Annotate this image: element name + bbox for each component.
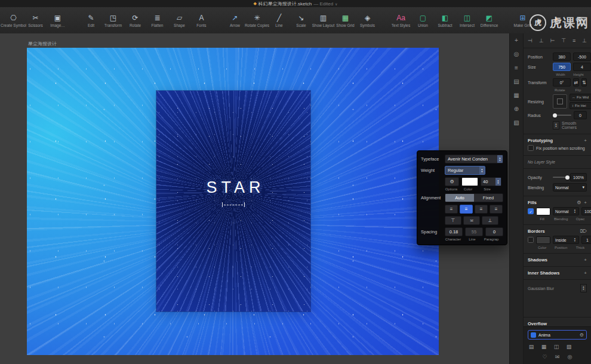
toolbar-item[interactable]: ↺	[570, 16, 586, 25]
gear-icon[interactable]: ⚙	[577, 200, 581, 205]
radius-slider[interactable]	[553, 115, 571, 116]
toolbar-item[interactable]: ◈ Symbols	[359, 14, 375, 27]
anima-action-icon[interactable]: ♡	[541, 353, 549, 360]
trash-icon[interactable]: ⌦	[580, 229, 587, 234]
poster-layer[interactable]: STAR	[156, 91, 310, 311]
blur-type-stepper[interactable]: ▴▾	[580, 284, 587, 292]
toolbar-item[interactable]: ◧ Subtract	[437, 14, 453, 27]
smooth-corners-stepper[interactable]: ▴▾	[553, 121, 559, 129]
height-field[interactable]: 4	[573, 63, 591, 71]
plus-icon[interactable]: +	[584, 257, 587, 263]
no-layer-style-dropdown[interactable]: No Layer Style	[528, 160, 555, 164]
anima-header[interactable]: Anima ⚙	[528, 330, 587, 340]
toolbar-item[interactable]: ◩ Difference	[481, 14, 497, 27]
border-enabled-checkbox[interactable]	[528, 237, 534, 243]
toolbar-item[interactable]: ▣ Image…	[50, 14, 66, 27]
toolbar-item[interactable]: ▦ Show Grid	[337, 14, 353, 27]
width-field[interactable]: 750	[553, 63, 571, 71]
typeface-dropdown[interactable]: Avenir Next Conden ▴▾	[445, 155, 503, 164]
line-spacing-field[interactable]: 55	[465, 227, 483, 236]
strip-icon[interactable]: ⊕	[512, 105, 521, 113]
fix-height-toggle[interactable]: ↕ Fix Hei	[570, 102, 591, 109]
text-width-handle[interactable]	[222, 202, 245, 207]
strip-icon[interactable]: +	[512, 36, 521, 44]
alignment-icon[interactable]: ⊢	[550, 38, 555, 44]
toolbar-item[interactable]: ⊞ Make Grid	[515, 14, 531, 27]
anima-checkbox[interactable]	[531, 332, 536, 338]
canvas[interactable]: 星尘海报设计 STAR Typeface Avenir Next Conden …	[0, 33, 509, 364]
stepper-icon[interactable]: ▴▾	[497, 155, 503, 163]
position-y-field[interactable]: -500	[573, 53, 591, 61]
vertical-align-icon[interactable]: ≍	[463, 216, 480, 225]
artboard[interactable]: STAR	[27, 48, 439, 355]
text-align-icon[interactable]: ≡	[490, 205, 503, 214]
toolbar-item[interactable]: ▥ Show Layout	[315, 14, 331, 27]
position-x-field[interactable]: 380	[553, 53, 571, 61]
alignment-icon[interactable]: ⊣	[528, 38, 532, 44]
resizing-constraint-widget[interactable]	[553, 94, 567, 109]
toolbar-item[interactable]: ▱ Shape	[171, 14, 187, 27]
vertical-align-icon[interactable]: ⊥	[482, 216, 498, 225]
fix-position-checkbox[interactable]	[528, 145, 534, 151]
rotate-field[interactable]: 0°	[553, 78, 571, 87]
paragraph-spacing-field[interactable]: 0	[485, 227, 503, 236]
toolbar-item[interactable]: ⎔ Create Symbol	[5, 14, 21, 27]
anima-layout-icon[interactable]: ▧	[565, 343, 572, 350]
plus-icon[interactable]: +	[584, 200, 587, 205]
vertical-align-icon[interactable]: ⊤	[445, 216, 461, 225]
border-thickness-field[interactable]: 1	[581, 236, 591, 244]
anima-layout-icon[interactable]: ▤	[528, 343, 535, 350]
stepper-icon[interactable]: ▴▾	[479, 166, 485, 174]
strip-icon[interactable]: ▦	[512, 91, 521, 99]
border-position-dropdown[interactable]: Inside ▴▾	[553, 236, 579, 244]
toolbar-item[interactable]: ▢ Union	[415, 14, 431, 27]
anima-layout-icon[interactable]: ▦	[540, 343, 547, 350]
toolbar-item[interactable]: ✂ Scissors	[27, 14, 44, 27]
toolbar-item[interactable]: ✎ Edit	[83, 14, 99, 27]
alignment-icon[interactable]: ⊥	[539, 38, 544, 44]
weight-dropdown[interactable]: Regular ▴▾	[445, 166, 485, 175]
stepper-icon[interactable]: ▴▾	[495, 178, 501, 186]
anima-action-icon[interactable]: ◎	[567, 353, 574, 360]
radius-slider-handle[interactable]	[553, 113, 557, 118]
strip-icon[interactable]: ≡	[512, 64, 521, 72]
anima-layout-icon[interactable]: ◫	[553, 343, 560, 350]
anima-action-icon[interactable]: ✉	[554, 353, 561, 360]
text-align-icon[interactable]: ≡	[475, 205, 488, 214]
fix-width-toggle[interactable]: ↔ Fix Wid	[570, 94, 591, 101]
plus-icon[interactable]: +	[584, 270, 587, 276]
toolbar-item[interactable]: Aa Text Styles	[393, 14, 409, 27]
auto-width-button[interactable]: Auto	[445, 194, 474, 202]
toolbar-item[interactable]: ⟳ Rotate	[127, 14, 143, 27]
border-color-swatch[interactable]	[536, 236, 550, 244]
toolbar-item[interactable]: ◫ Intersect	[459, 14, 475, 27]
text-align-icon[interactable]: ≡	[460, 205, 473, 214]
fill-blend-dropdown[interactable]: Normal ▴▾	[553, 207, 579, 215]
toolbar-item[interactable]: ✦	[548, 16, 564, 25]
character-spacing-field[interactable]: 0.18	[445, 227, 463, 236]
toolbar-item[interactable]: A Fonts	[193, 14, 210, 27]
flip-horizontal-button[interactable]: ⇄	[573, 78, 579, 87]
opacity-field[interactable]: 100%	[570, 173, 587, 181]
fill-opacity-field[interactable]: 100%	[581, 207, 591, 215]
title-chevron-icon[interactable]: ∨	[335, 2, 337, 6]
blending-dropdown[interactable]: Normal ▾	[553, 183, 587, 192]
opacity-slider[interactable]	[553, 177, 568, 178]
radius-field[interactable]: 0	[574, 111, 587, 119]
text-color-swatch[interactable]	[461, 177, 478, 186]
plus-icon[interactable]: +	[584, 138, 587, 143]
grid-icon[interactable]: ⚙	[580, 332, 584, 338]
flip-vertical-button[interactable]: ⇅	[581, 78, 587, 87]
toolbar-item[interactable]: ↗ Arrow	[227, 14, 243, 27]
artboard-label[interactable]: 星尘海报设计	[28, 41, 57, 47]
poster-title-text[interactable]: STAR	[202, 178, 264, 197]
strip-icon[interactable]: ◎	[512, 50, 521, 58]
fixed-width-button[interactable]: Fixed	[474, 194, 503, 202]
alignment-icon[interactable]: ⊤	[561, 38, 566, 44]
alignment-icon[interactable]: ⊥	[582, 38, 587, 44]
strip-icon[interactable]: ▧	[512, 119, 521, 127]
toolbar-item[interactable]: ≣ Flatten	[149, 14, 165, 27]
strip-icon[interactable]: ▤	[512, 78, 521, 85]
fill-color-swatch[interactable]	[536, 208, 550, 215]
opacity-slider-handle[interactable]	[565, 175, 570, 180]
